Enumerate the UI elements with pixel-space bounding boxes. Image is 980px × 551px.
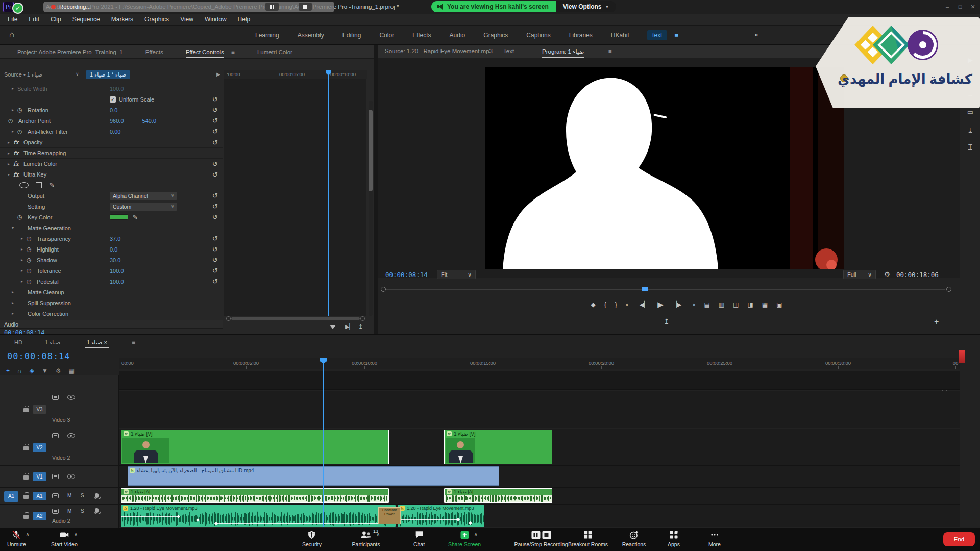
track-badge-v3[interactable]: V3 xyxy=(33,405,46,414)
param-value[interactable]: 0.00 xyxy=(110,129,120,135)
twirl-icon[interactable]: ▾ xyxy=(4,172,13,177)
settings-icon[interactable]: ▦ xyxy=(762,301,768,308)
reset-parameter-icon[interactable]: ↺ xyxy=(212,192,218,199)
timeline-display-icon[interactable]: ▦ xyxy=(69,367,75,374)
source-indicator-icon[interactable] xyxy=(52,493,59,498)
linked-selection-icon[interactable]: ◈ xyxy=(30,367,34,374)
dropdown-output[interactable]: Alpha Channel∨ xyxy=(110,192,177,200)
export-share-icon[interactable]: ↥ xyxy=(664,317,670,325)
reset-parameter-icon[interactable]: ↺ xyxy=(212,139,218,146)
lock-icon[interactable] xyxy=(23,446,29,450)
workspace-tab-effects[interactable]: Effects xyxy=(412,32,431,39)
workspace-tab-graphics[interactable]: Graphics xyxy=(483,32,508,39)
menu-view[interactable]: View xyxy=(175,16,199,23)
param-value[interactable]: 540.0 xyxy=(142,118,157,124)
workspace-tab-hkahil[interactable]: HKahil xyxy=(611,32,629,39)
show-keyframes-icon[interactable]: ▶ xyxy=(216,71,220,77)
track-badge-v1[interactable]: V1 xyxy=(33,472,46,481)
step-forward-icon[interactable]: ▕▶ xyxy=(672,301,681,308)
workspace-tab-editing[interactable]: Editing xyxy=(342,32,361,39)
rect-mask-icon[interactable] xyxy=(36,182,42,188)
eyedropper-icon[interactable]: ✎ xyxy=(133,214,138,221)
panel-menu-icon[interactable]: ≡ xyxy=(674,32,678,39)
dropdown-setting[interactable]: Custom∨ xyxy=(110,203,177,211)
settings-wrench-icon[interactable]: ⚙ xyxy=(884,270,890,278)
track-badge-v2[interactable]: V2 xyxy=(33,443,46,452)
lock-icon[interactable] xyxy=(23,475,29,480)
twirl-icon[interactable]: ▸ xyxy=(4,140,13,145)
scrubber-start-ring[interactable] xyxy=(381,287,386,292)
twirl-icon[interactable]: ▸ xyxy=(8,129,17,134)
workspace-tab-libraries[interactable]: Libraries xyxy=(569,32,593,39)
solo-button[interactable]: S xyxy=(81,508,84,514)
stopwatch-icon[interactable]: ◷ xyxy=(17,128,28,135)
scrubber-end-ring[interactable] xyxy=(946,287,951,292)
volume-rubber-band[interactable] xyxy=(121,516,178,517)
twirl-icon[interactable]: ▸ xyxy=(8,311,17,316)
region-icon[interactable]: ▭ xyxy=(960,108,980,116)
keyframe-ruler[interactable]: :00:0000:00:05:0000:00:10:00 xyxy=(224,70,367,79)
step-back-icon[interactable]: ◀▏ xyxy=(640,301,649,308)
menu-window[interactable]: Window xyxy=(199,16,232,23)
panel-menu-icon[interactable]: ≡ xyxy=(608,48,612,54)
close-button[interactable]: ✕ xyxy=(967,0,978,14)
reset-parameter-icon[interactable]: ↺ xyxy=(212,161,218,167)
param-value[interactable]: 960.0 xyxy=(110,118,124,124)
reset-parameter-icon[interactable]: ↺ xyxy=(212,257,218,263)
mark-in-icon[interactable]: { xyxy=(604,301,606,308)
menu-sequence[interactable]: Sequence xyxy=(67,16,106,23)
mic-icon[interactable] xyxy=(95,493,99,498)
source-patch-a1[interactable]: A1 xyxy=(4,491,18,502)
program-timecode[interactable]: 00:00:08:14 xyxy=(385,271,428,279)
monitor-scrubber[interactable] xyxy=(385,289,945,290)
checkbox-checked-icon[interactable]: ✓ xyxy=(110,96,116,103)
maximize-button[interactable]: □ xyxy=(954,0,966,14)
audio-clip-a2-2[interactable]: fx1.20 - Rapid Eye Movement.mp3 xyxy=(398,505,484,527)
reset-parameter-icon[interactable]: ↺ xyxy=(212,96,218,103)
mute-button[interactable]: M xyxy=(67,493,71,498)
zoom-share-screen[interactable]: ∧Share Screen xyxy=(448,530,481,547)
add-track-icon[interactable]: + xyxy=(6,367,10,374)
play-in-to-out-icon[interactable]: ▶▏ xyxy=(345,323,354,330)
twirl-icon[interactable]: ▸ xyxy=(17,236,27,241)
eye-icon[interactable] xyxy=(67,433,75,438)
chevron-up-icon[interactable]: ∧ xyxy=(376,532,380,537)
chevron-down-icon[interactable]: ∨ xyxy=(76,71,79,77)
twirl-icon[interactable]: ▸ xyxy=(8,290,17,294)
twirl-icon[interactable]: ▸ xyxy=(8,300,17,305)
lock-icon[interactable] xyxy=(23,408,29,412)
chevron-up-icon[interactable]: ∧ xyxy=(74,532,78,537)
volume-rubber-band[interactable] xyxy=(398,519,458,520)
panel-menu-icon[interactable]: ≡ xyxy=(231,48,235,56)
zoom-camera[interactable]: ∧Start Video xyxy=(51,530,78,547)
end-meeting-button[interactable]: End xyxy=(943,532,975,546)
add-button-icon[interactable]: + xyxy=(934,317,939,327)
panel-divider[interactable] xyxy=(374,45,378,334)
menu-clip[interactable]: Clip xyxy=(45,16,67,23)
zoom-chat[interactable]: Chat xyxy=(413,530,425,547)
tab-program[interactable]: Program: 1 ضياء xyxy=(542,48,584,55)
stopwatch-icon[interactable]: ◷ xyxy=(27,257,37,263)
go-to-in-icon[interactable]: ⇤ xyxy=(626,301,631,308)
lock-icon[interactable] xyxy=(23,495,29,499)
twirl-icon[interactable]: ▸ xyxy=(8,108,17,112)
play-icon[interactable]: ▶ xyxy=(657,300,664,309)
export-down-icon[interactable]: ↓ xyxy=(960,126,980,133)
zoom-pause-stop-recording[interactable]: Pause/Stop Recording xyxy=(514,530,568,547)
twirl-icon[interactable]: ▸ xyxy=(17,279,27,284)
stopwatch-icon[interactable]: ◷ xyxy=(27,278,37,285)
param-value[interactable]: 30.0 xyxy=(110,257,120,263)
chevron-up-icon[interactable]: ∧ xyxy=(474,532,478,537)
zoom-level-dropdown[interactable]: Fit∨ xyxy=(437,270,476,279)
workspace-tab-captions[interactable]: Captions xyxy=(526,32,550,39)
solo-button[interactable]: S xyxy=(81,493,84,498)
timeline-timecode[interactable]: 00:00:08:14 xyxy=(7,351,70,361)
stopwatch-icon[interactable]: ◷ xyxy=(27,246,37,253)
add-marker-icon[interactable]: ◆ xyxy=(591,301,596,308)
vertical-scrollbar[interactable] xyxy=(369,101,373,316)
comparison-view-icon[interactable]: ◨ xyxy=(747,301,753,308)
timeline-settings-icon[interactable]: ⚙ xyxy=(56,367,61,374)
stopwatch-icon[interactable]: ◷ xyxy=(8,117,18,124)
key-color-swatch[interactable] xyxy=(110,214,128,220)
menu-file[interactable]: File xyxy=(2,16,23,23)
